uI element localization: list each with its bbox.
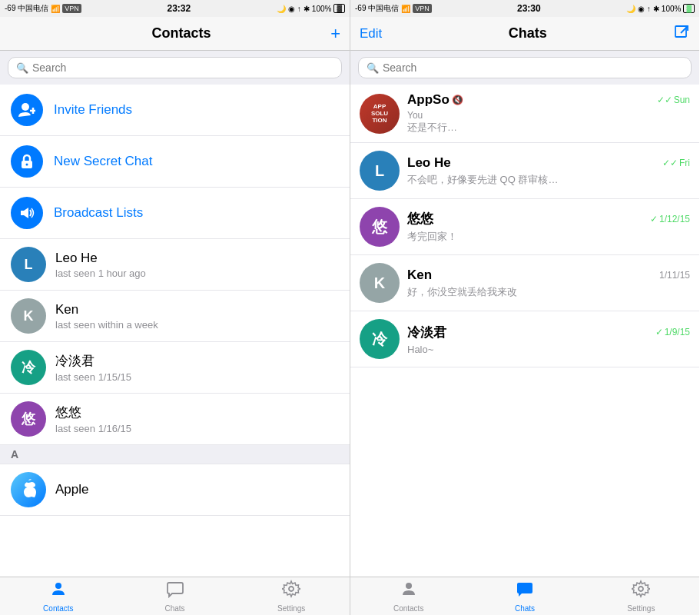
contact-leo-he[interactable]: L Leo He last seen 1 hour ago [0, 239, 350, 291]
bluetooth-icon-right: ✱ [653, 5, 659, 13]
contacts-list: Invite Friends New Secret Chat Broad [0, 85, 350, 577]
settings-nav-icon-right [632, 580, 650, 603]
arrow-icon-right: ↑ [647, 5, 651, 13]
avatar-appso: APPSOLUTION [360, 94, 400, 134]
compose-button[interactable] [673, 24, 690, 43]
avatar-leo-he: L [11, 247, 46, 282]
chat-name-youyou: 悠悠 [407, 210, 433, 228]
invite-friends-item[interactable]: Invite Friends [0, 85, 350, 136]
status-bar-left: -69 中国电信 📶 VPN 23:32 🌙 ◉ ↑ ✱ 100% ▓ [0, 0, 350, 17]
avatar-apple [11, 472, 46, 507]
chats-title: Chats [509, 25, 547, 42]
chats-nav-icon-left [166, 580, 184, 603]
avatar-chat-leng-dan: 冷 [360, 319, 400, 359]
new-secret-chat-item[interactable]: New Secret Chat [0, 136, 350, 188]
broadcast-icon [11, 197, 43, 229]
chat-body-youyou: 悠悠 ✓ 1/12/15 考完回家！ [407, 210, 690, 244]
status-bar-right: -69 中国电信 📶 VPN 23:30 🌙 ◉ ↑ ✱ 100% ▓ [350, 0, 699, 17]
svg-point-0 [22, 103, 29, 111]
broadcast-lists-label: Broadcast Lists [54, 205, 143, 221]
contact-info-youyou: 悠悠 last seen 1/16/15 [55, 404, 131, 434]
chat-item-youyou[interactable]: 悠 悠悠 ✓ 1/12/15 考完回家！ [350, 199, 699, 255]
avatar-youyou: 悠 [11, 401, 46, 437]
status-left-right: -69 中国电信 📶 VPN [355, 3, 432, 14]
contact-youyou[interactable]: 悠 悠悠 last seen 1/16/15 [0, 394, 350, 445]
nav-chats-right[interactable]: Chats [466, 580, 582, 613]
invite-friends-label: Invite Friends [54, 102, 132, 118]
contact-name-youyou: 悠悠 [55, 404, 131, 421]
contacts-search-input[interactable] [32, 62, 333, 74]
battery-icon-right: ▓ [683, 4, 695, 13]
arrow-icon: ↑ [297, 5, 301, 13]
contacts-title: Contacts [152, 25, 211, 42]
right-bottom-nav: Contacts Chats Settings [350, 577, 699, 615]
nav-chats-left[interactable]: Chats [117, 580, 234, 613]
nav-contacts-left[interactable]: Contacts [0, 580, 117, 613]
chat-body-leo: Leo He ✓✓ Fri 不会吧，好像要先进 QQ 群审核… [407, 155, 690, 187]
contact-info-leo-he: Leo He last seen 1 hour ago [55, 251, 146, 279]
chat-item-leng-dan[interactable]: 冷 冷淡君 ✓ 1/9/15 Halo~ [350, 311, 699, 367]
left-panel: -69 中国电信 📶 VPN 23:32 🌙 ◉ ↑ ✱ 100% ▓ Cont… [0, 0, 350, 615]
contacts-search-bar: 🔍 [0, 51, 350, 85]
contact-name-apple: Apple [55, 482, 88, 497]
contact-info-apple: Apple [55, 482, 88, 497]
chat-item-appso[interactable]: APPSOLUTION AppSo 🔇 ✓✓ Sun You 还是不行… [350, 85, 699, 143]
chat-subline-appso: You [407, 110, 690, 121]
nav-settings-right[interactable]: Settings [583, 580, 699, 613]
settings-nav-icon-left [282, 580, 300, 603]
chat-time-youyou: 1/12/15 [659, 214, 690, 224]
chat-top-appso: AppSo 🔇 ✓✓ Sun [407, 92, 690, 108]
left-bottom-nav: Contacts Chats Settings [0, 577, 350, 615]
svg-point-4 [26, 164, 28, 166]
svg-point-10 [639, 587, 643, 591]
wifi-icon: 📶 [51, 5, 60, 13]
contacts-header: Contacts + [0, 17, 350, 51]
bluetooth-icon: ✱ [304, 5, 310, 13]
avatar-chat-youyou: 悠 [360, 207, 400, 247]
contact-apple[interactable]: Apple [0, 464, 350, 516]
avatar-ken: K [11, 298, 46, 334]
chats-search-wrap[interactable]: 🔍 [358, 57, 692, 78]
nav-chats-label-right: Chats [515, 604, 535, 613]
right-panel: -69 中国电信 📶 VPN 23:30 🌙 ◉ ↑ ✱ 100% ▓ Edit… [350, 0, 699, 615]
nav-contacts-label-right: Contacts [393, 604, 423, 613]
chats-search-bar: 🔍 [350, 51, 699, 85]
chat-body-leng-dan: 冷淡君 ✓ 1/9/15 Halo~ [407, 324, 690, 355]
broadcast-lists-item[interactable]: Broadcast Lists [0, 188, 350, 239]
section-a-header: A [0, 445, 350, 464]
signal-text-right: -69 中国电信 [355, 3, 399, 14]
vpn-badge-right: VPN [413, 4, 432, 13]
contact-name-leo-he: Leo He [55, 251, 146, 266]
nav-contacts-label-left: Contacts [43, 604, 73, 613]
nav-contacts-right[interactable]: Contacts [350, 580, 466, 613]
status-right-right: 🌙 ◉ ↑ ✱ 100% ▓ [626, 4, 695, 13]
chat-preview-appso: 还是不行… [407, 121, 607, 135]
chats-header: Edit Chats [350, 17, 699, 51]
contacts-nav-icon [49, 580, 68, 603]
contact-name-leng-dan: 冷淡君 [55, 352, 131, 370]
battery-icon: ▓ [333, 4, 345, 13]
contact-ken[interactable]: K Ken last seen within a week [0, 291, 350, 342]
chat-item-leo-he[interactable]: L Leo He ✓✓ Fri 不会吧，好像要先进 QQ 群审核… [350, 143, 699, 199]
chats-search-input[interactable] [383, 62, 683, 74]
read-check-appso: ✓✓ [657, 95, 672, 105]
battery-text-right: 100% [662, 5, 682, 13]
status-left: -69 中国电信 📶 VPN [5, 3, 81, 14]
contacts-nav-icon-right [400, 580, 418, 603]
status-right-left: 🌙 ◉ ↑ ✱ 100% ▓ [277, 4, 345, 13]
edit-button[interactable]: Edit [360, 26, 382, 42]
chat-preview-youyou: 考完回家！ [407, 230, 607, 244]
chat-item-ken[interactable]: K Ken 1/11/15 好，你没空就丢给我来改 [350, 255, 699, 311]
nav-settings-left[interactable]: Settings [233, 580, 350, 613]
signal-text: -69 中国电信 [5, 3, 48, 14]
chat-body-ken: Ken 1/11/15 好，你没空就丢给我来改 [407, 268, 690, 299]
read-check-leo: ✓✓ [662, 158, 678, 168]
chat-top-youyou: 悠悠 ✓ 1/12/15 [407, 210, 690, 228]
contact-leng-dan[interactable]: 冷 冷淡君 last seen 1/15/15 [0, 342, 350, 394]
chat-name-appso: AppSo [407, 92, 450, 108]
contacts-search-wrap[interactable]: 🔍 [8, 57, 342, 78]
add-contact-button[interactable]: + [330, 25, 340, 42]
svg-rect-7 [675, 26, 686, 37]
nav-settings-label-left: Settings [277, 604, 305, 613]
read-check-youyou: ✓ [650, 214, 658, 224]
